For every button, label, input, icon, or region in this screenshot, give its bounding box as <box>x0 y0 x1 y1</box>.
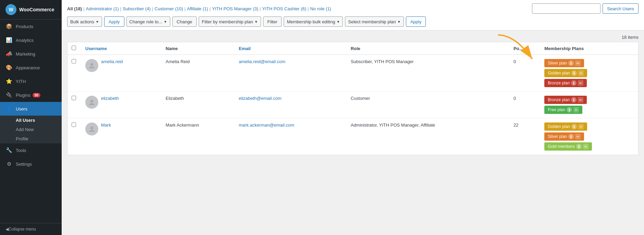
change-button[interactable]: Change <box>172 16 197 27</box>
email-link[interactable]: mark.ackerman@email.com <box>239 122 294 128</box>
sidebar-item-plugins[interactable]: 🔌 Plugins 50 <box>0 88 62 102</box>
sidebar-item-label: Appearance <box>16 65 40 70</box>
select-all-header <box>67 42 81 55</box>
content-area: 18 items U <box>62 31 644 235</box>
sidebar-item-label: Marketing <box>16 51 35 57</box>
change-role-select[interactable]: Change role to... ▼ <box>126 16 170 27</box>
filter-customer[interactable]: Customer (10) <box>154 6 183 11</box>
sidebar-item-label: Users <box>16 106 27 111</box>
annotation-container: Username Name Email Role Po... Membershi… <box>67 42 639 155</box>
table-row: Mark Mark Ackermannmark.ackerman@email.c… <box>67 118 638 155</box>
username-link[interactable]: amelia.reid <box>101 59 123 64</box>
sidebar-logo[interactable]: W WooCommerce <box>0 0 62 20</box>
role-cell: Customer <box>347 92 509 118</box>
plan-edit-button[interactable]: ✏ <box>578 80 583 86</box>
plugins-badge: 50 <box>33 93 40 97</box>
svg-point-2 <box>90 100 93 103</box>
collapse-label: Collapse menu <box>9 227 36 232</box>
plan-label: Silver plan <box>548 61 567 66</box>
email-cell: elizabeth@email.com <box>235 92 347 118</box>
plan-info-button[interactable]: ℹ <box>567 107 572 113</box>
bulk-actions-select[interactable]: Bulk actions ▼ <box>67 16 102 27</box>
filter-subscriber[interactable]: Subscriber (4) <box>123 6 151 11</box>
avatar-icon <box>88 62 95 69</box>
plan-label: Golden plan <box>548 124 570 129</box>
main-content: All (18) | Administrator (1) | Subscribe… <box>62 0 644 235</box>
apply-button-1[interactable]: Apply <box>104 16 124 27</box>
avatar <box>85 122 98 136</box>
sidebar-item-settings[interactable]: ⚙ Settings <box>0 157 62 171</box>
select-membership-plan-select[interactable]: Select membership plan ▼ <box>345 16 404 27</box>
filter-yith-pos-manager[interactable]: YITH POS Manager (3) <box>212 6 258 11</box>
plan-info-button[interactable]: ℹ <box>576 144 582 149</box>
row-checkbox-cell <box>67 55 81 92</box>
role-cell: Administrator, YITH POS Manager, Affilia… <box>347 118 509 155</box>
sidebar-sub-profile[interactable]: Profile <box>0 134 62 143</box>
sidebar-item-analytics[interactable]: 📊 Analytics <box>0 33 62 47</box>
plan-edit-button[interactable]: ✏ <box>578 70 584 76</box>
plan-info-button[interactable]: ℹ <box>571 80 577 86</box>
table-row: amelia.reid Amelia Reidamelia.reid@email… <box>67 55 638 92</box>
plan-label: Gold members <box>548 144 575 149</box>
plugins-icon: 🔌 <box>5 92 12 98</box>
sidebar: W WooCommerce 📦 Products 📊 Analytics 📣 M… <box>0 0 62 235</box>
toolbar: All (18) | Administrator (1) | Subscribe… <box>62 0 644 31</box>
collapse-menu-button[interactable]: ◀ Collapse menu <box>0 223 62 235</box>
email-link[interactable]: amelia.reid@email.com <box>239 59 285 64</box>
sidebar-item-tools[interactable]: 🔧 Tools <box>0 143 62 157</box>
plan-info-button[interactable]: ℹ <box>571 124 577 129</box>
plan-info-button[interactable]: ℹ <box>571 70 577 76</box>
active-indicator <box>60 102 62 116</box>
sidebar-item-label: Tools <box>16 148 26 153</box>
posts-cell: 0 <box>509 55 540 92</box>
membership-plans-cell: Golden plan ℹ ✏ Silver plan ℹ ✏ Gold mem… <box>540 118 638 155</box>
row-checkbox-cell <box>67 118 81 155</box>
filter-yith-pos-cashier[interactable]: YITH POS Cashier (6) <box>262 6 307 11</box>
username-link[interactable]: Mark <box>101 122 111 128</box>
plan-label: Bronze plan <box>548 81 570 85</box>
sidebar-item-yith[interactable]: ⭐ YITH <box>0 74 62 88</box>
sidebar-item-products[interactable]: 📦 Products <box>0 20 62 33</box>
plan-badges: Golden plan ℹ ✏ Silver plan ℹ ✏ Gold mem… <box>544 122 634 151</box>
filter-membership-select[interactable]: Filter by membership plan ▼ <box>199 16 261 27</box>
filter-all[interactable]: All (18) <box>67 6 82 11</box>
plan-edit-button[interactable]: ✏ <box>573 107 579 113</box>
membership-bulk-select[interactable]: Membership bulk editing ▼ <box>284 16 343 27</box>
plan-edit-button[interactable]: ✏ <box>578 97 583 103</box>
apply-button-2[interactable]: Apply <box>406 16 426 27</box>
row-checkbox[interactable] <box>72 122 76 127</box>
plan-edit-button[interactable]: ✏ <box>578 124 584 129</box>
chevron-down-icon: ▼ <box>96 20 99 24</box>
row-checkbox[interactable] <box>72 96 76 100</box>
plan-label: Silver plan <box>548 134 567 139</box>
plan-edit-button[interactable]: ✏ <box>575 134 581 139</box>
username-link[interactable]: elizabeth <box>101 96 119 101</box>
sidebar-sub-add-new[interactable]: Add New <box>0 125 62 134</box>
membership-plans-cell: Silver plan ℹ ✏ Golden plan ℹ ✏ Bronze p… <box>540 55 638 92</box>
sidebar-item-label: Analytics <box>16 38 34 43</box>
username-header[interactable]: Username <box>81 42 162 55</box>
filter-button[interactable]: Filter <box>263 16 282 27</box>
plan-info-button[interactable]: ℹ <box>571 97 577 103</box>
plan-edit-button[interactable]: ✏ <box>583 144 589 149</box>
row-checkbox[interactable] <box>72 59 76 63</box>
plan-edit-button[interactable]: ✏ <box>575 60 581 66</box>
filter-no-role[interactable]: No role (1) <box>310 6 331 11</box>
username-cell: Mark <box>81 118 162 155</box>
plan-info-button[interactable]: ℹ <box>568 134 574 139</box>
email-link[interactable]: elizabeth@email.com <box>239 96 281 101</box>
plan-info-button[interactable]: ℹ <box>568 60 574 66</box>
filter-row: All (18) | Administrator (1) | Subscribe… <box>67 3 639 14</box>
sidebar-item-users[interactable]: 👤 Users <box>0 102 62 116</box>
search-users-button[interactable]: Search Users <box>603 3 639 14</box>
sidebar-item-marketing[interactable]: 📣 Marketing <box>0 47 62 61</box>
table-header-row: Username Name Email Role Po... Membershi… <box>67 42 638 55</box>
sidebar-sub-all-users[interactable]: All Users <box>0 116 62 125</box>
email-header[interactable]: Email <box>235 42 347 55</box>
avatar <box>85 96 98 109</box>
select-all-checkbox[interactable] <box>72 46 76 50</box>
sidebar-item-appearance[interactable]: 🎨 Appearance <box>0 61 62 74</box>
search-input[interactable] <box>532 3 600 14</box>
filter-administrator[interactable]: Administrator (1) <box>86 6 119 11</box>
filter-affiliate[interactable]: Affiliate (1) <box>187 6 208 11</box>
